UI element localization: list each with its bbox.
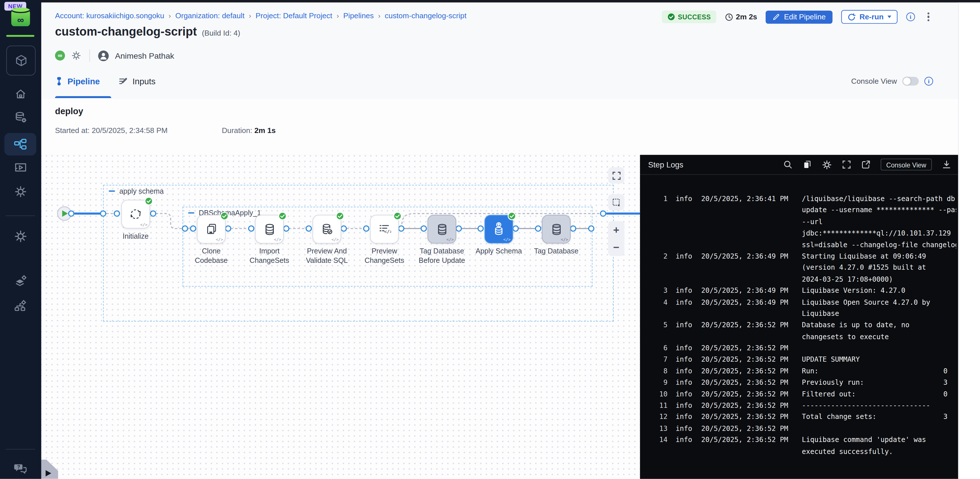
connector-port[interactable] bbox=[69, 211, 74, 216]
fullscreen-icon[interactable] bbox=[842, 160, 851, 169]
info-icon[interactable]: i bbox=[924, 77, 933, 86]
tab-inputs[interactable]: Inputs bbox=[119, 77, 156, 86]
connector-port[interactable] bbox=[114, 211, 119, 216]
breadcrumb-project[interactable]: Project: Default Project bbox=[255, 11, 332, 20]
log-row: 14info20/5/2025, 2:36:52 PMLiquibase com… bbox=[656, 435, 956, 446]
success-check-badge bbox=[278, 212, 287, 220]
connector-port[interactable] bbox=[341, 226, 346, 231]
zoom-in-button[interactable]: + bbox=[613, 224, 619, 235]
home-icon bbox=[15, 88, 27, 100]
log-row: 9info20/5/2025, 2:36:52 PMPreviously run… bbox=[656, 377, 956, 389]
connector-port[interactable] bbox=[536, 226, 541, 231]
sidebar-item-databases[interactable] bbox=[14, 111, 27, 124]
step-node-preview-changesets[interactable]: </> PreviewChangeSets bbox=[370, 215, 399, 243]
connector-port[interactable] bbox=[478, 226, 483, 231]
svg-text:</>: </> bbox=[384, 229, 391, 235]
log-row: 1info20/5/2025, 2:36:41 PM/liquibase/liq… bbox=[656, 194, 956, 205]
pipelines-icon bbox=[14, 139, 27, 150]
canvas-fit-view-button[interactable] bbox=[608, 167, 624, 184]
connector-port[interactable] bbox=[191, 226, 196, 231]
breadcrumb-organization[interactable]: Organization: default bbox=[175, 11, 245, 20]
expand-triangle-icon bbox=[46, 470, 51, 476]
open-in-new-icon[interactable] bbox=[861, 160, 870, 169]
log-lines[interactable]: 1info20/5/2025, 2:36:41 PM/liquibase/liq… bbox=[640, 175, 959, 458]
log-row: --url bbox=[656, 216, 956, 228]
gear-icon[interactable] bbox=[71, 51, 81, 61]
connector-port[interactable] bbox=[421, 226, 426, 231]
log-row: Liquibase bbox=[656, 308, 956, 320]
sidebar-item-home[interactable] bbox=[15, 88, 27, 100]
connector-port[interactable] bbox=[601, 211, 606, 216]
rerun-button[interactable]: Re-run bbox=[842, 10, 897, 24]
zoom-out-button[interactable]: − bbox=[613, 242, 619, 252]
sidebar-item-pipelines-active[interactable] bbox=[4, 133, 36, 155]
sidebar: NEW ∞ bbox=[0, 0, 41, 479]
sidebar-item-layers-settings[interactable] bbox=[14, 275, 27, 287]
success-check-badge bbox=[144, 197, 153, 206]
scrollbar-track[interactable] bbox=[958, 3, 980, 479]
more-options-button[interactable] bbox=[924, 10, 933, 23]
help-chat-button[interactable]: ? bbox=[14, 463, 27, 475]
log-row: 12info20/5/2025, 2:36:52 PMTotal change … bbox=[656, 412, 956, 423]
download-icon[interactable] bbox=[942, 160, 951, 169]
console-view-button[interactable]: Console View bbox=[881, 159, 932, 171]
connector-port[interactable] bbox=[183, 226, 188, 231]
clock-icon bbox=[725, 13, 733, 21]
connector-port[interactable] bbox=[364, 226, 369, 231]
info-icon[interactable]: i bbox=[906, 13, 915, 21]
console-view-toggle[interactable] bbox=[902, 77, 919, 86]
log-row: jdbc:*************ql://10.101.37.129 bbox=[656, 228, 956, 240]
connector-port[interactable] bbox=[456, 226, 461, 231]
step-node-import-changesets[interactable]: </> ImportChangeSets bbox=[255, 215, 284, 243]
pipeline-tab-icon bbox=[55, 77, 63, 86]
canvas-select-mode-button[interactable] bbox=[608, 194, 624, 211]
step-node-initialize[interactable]: </> Initialize bbox=[121, 200, 150, 229]
connector-port[interactable] bbox=[589, 226, 594, 231]
active-tab-underline bbox=[55, 96, 111, 98]
code-icon: </> bbox=[561, 237, 568, 242]
tab-pipeline[interactable]: Pipeline bbox=[55, 77, 100, 86]
search-icon[interactable] bbox=[783, 160, 792, 169]
layers-gear-icon bbox=[14, 275, 27, 287]
step-node-apply-schema-selected[interactable]: </> Apply Schema bbox=[484, 215, 513, 243]
connector-port[interactable] bbox=[226, 226, 231, 231]
log-row: changesets to execute bbox=[656, 331, 956, 343]
step-node-preview-and-validate-sql[interactable]: </> Preview AndValidate SQL bbox=[312, 215, 341, 243]
sidebar-item-settings[interactable] bbox=[14, 230, 27, 243]
sidebar-item-environments[interactable] bbox=[14, 186, 27, 198]
stage-summary: deploy Started at: 20/5/2025, 2:34:58 PM… bbox=[41, 98, 980, 155]
connector-port[interactable] bbox=[398, 226, 404, 231]
connector-port[interactable] bbox=[151, 211, 156, 216]
module-selector-button[interactable] bbox=[6, 46, 36, 76]
log-row: (version 4.27.0 #1525 built at bbox=[656, 263, 956, 274]
build-id: (Build Id: 4) bbox=[202, 29, 240, 38]
step-node-tag-database[interactable]: </> Tag Database bbox=[542, 215, 571, 243]
changelog-list-icon: </> bbox=[377, 222, 391, 236]
step-node-tag-database-before-update[interactable]: </> Tag DatabaseBefore Update bbox=[428, 215, 457, 243]
connector-port[interactable] bbox=[570, 226, 576, 231]
connector-port[interactable] bbox=[100, 211, 106, 216]
sidebar-item-org-settings[interactable] bbox=[14, 300, 27, 312]
pipeline-canvas[interactable]: apply schema DBSchemaApply_1 bbox=[41, 155, 640, 479]
gear-icon[interactable] bbox=[822, 160, 832, 170]
log-row: 8info20/5/2025, 2:36:52 PMRun:0 bbox=[656, 366, 956, 377]
liquibase-logo-icon[interactable]: ∞ bbox=[11, 10, 30, 26]
edit-pipeline-button[interactable]: Edit Pipeline bbox=[766, 10, 833, 23]
connector-port[interactable] bbox=[284, 226, 289, 231]
connector-port[interactable] bbox=[513, 226, 518, 231]
window-top-strip bbox=[0, 0, 980, 3]
brand-divider bbox=[6, 35, 35, 37]
breadcrumb-account[interactable]: Account: kurosakiichigo.songoku bbox=[55, 11, 164, 20]
sidebar-item-executions[interactable] bbox=[14, 162, 27, 174]
gear-icon bbox=[14, 230, 27, 243]
node-label: CloneCodebase bbox=[180, 247, 242, 265]
breadcrumb-current[interactable]: custom-changelog-script bbox=[385, 11, 467, 20]
connector-port[interactable] bbox=[306, 226, 311, 231]
connector-port[interactable] bbox=[248, 226, 254, 231]
fullscreen-icon bbox=[611, 171, 621, 180]
breadcrumb-pipelines[interactable]: Pipelines bbox=[343, 11, 374, 20]
page-title: custom-changelog-script bbox=[55, 25, 197, 39]
executions-icon bbox=[14, 162, 27, 174]
copy-icon[interactable] bbox=[802, 160, 812, 169]
step-node-clone-codebase[interactable]: </> CloneCodebase bbox=[197, 215, 226, 243]
